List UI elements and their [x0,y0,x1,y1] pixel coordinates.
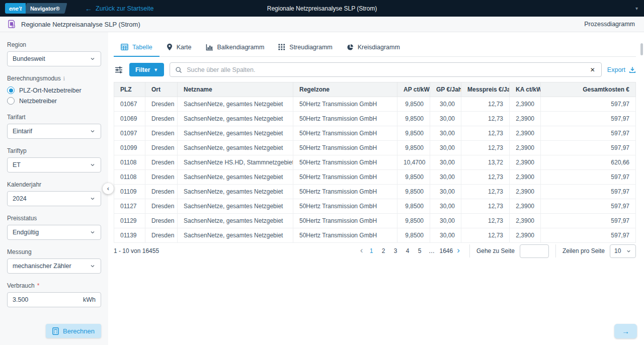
sidebar-collapse-button[interactable]: ‹ [103,183,114,194]
chevron-down-icon [90,229,96,235]
table-cell: Dresden [145,214,178,228]
table-cell: 50Hertz Transmission GmbH [293,126,397,141]
table-cell: Dresden [145,112,178,126]
table-cell: SachsenNetze HS.HD, Stammnetzgebiet [178,155,293,170]
berechnungsmodus-radio-group: PLZ-Ort-Netzbetreiber Netzbetreiber [7,85,101,106]
column-header[interactable]: Regelzone [293,82,397,97]
clear-search-button[interactable]: ✕ [589,66,596,73]
table-row[interactable]: 01108DresdenSachsenNetze HS.HD, Stammnet… [114,155,636,170]
chevron-down-icon[interactable]: ▾ [635,6,638,11]
kalenderjahr-select[interactable]: 2024 [7,191,101,206]
page-number-button[interactable]: 5 [415,245,425,256]
chevron-down-icon: ▼ [153,67,158,72]
tariftyp-select[interactable]: ET [7,157,101,172]
region-select[interactable]: Bundesweit [7,51,101,66]
table-cell: 2,3900 [510,141,541,155]
column-settings-button[interactable] [114,65,124,74]
table-cell: 2,3900 [510,185,541,199]
table-cell: 50Hertz Transmission GmbH [293,170,397,185]
table-cell: 9,8500 [397,170,430,185]
table-row[interactable]: 01067DresdenSachsenNetze, gesamtes Netzg… [114,97,636,112]
column-header[interactable]: AP ct/kWh [397,82,430,97]
page-number-button[interactable]: 1646 [439,245,454,256]
back-to-home-link[interactable]: ← Zurück zur Startseite [85,5,153,12]
page-number-button[interactable]: 3 [390,245,401,256]
table-row[interactable]: 01099DresdenSachsenNetze, gesamtes Netzg… [114,141,636,155]
table-cell: 50Hertz Transmission GmbH [293,155,397,170]
filter-button[interactable]: Filter ▼ [129,63,164,76]
table-cell: 9,8500 [397,185,430,199]
table-cell: 12,73 [461,214,510,228]
page-numbers: 12345…1646 [366,245,454,256]
page-number-button[interactable]: 1 [366,245,377,256]
radio-plz-ort-netzbetreiber[interactable]: PLZ-Ort-Netzbetreiber [7,85,101,96]
chevron-down-icon [90,162,96,168]
table-cell: 597,97 [541,228,636,243]
tune-icon [115,66,123,73]
table-cell: 9,8500 [397,126,430,141]
search-icon [175,66,182,73]
sidebar: Region Bundesweit Berechnungsmodus i PLZ… [0,32,108,345]
table-row[interactable]: 01097DresdenSachsenNetze, gesamtes Netzg… [114,126,636,141]
search-input[interactable] [187,66,585,73]
column-header[interactable]: Netzname [178,82,293,97]
table-cell: 12,73 [461,228,510,243]
scrollbar-thumb[interactable] [640,43,643,55]
table-row[interactable]: 01108DresdenSachsenNetze, gesamtes Netzg… [114,170,636,185]
column-header[interactable]: Ort [145,82,178,97]
table-row[interactable]: 01127DresdenSachsenNetze, gesamtes Netzg… [114,199,636,214]
region-label: Region [7,41,101,48]
kalenderjahr-label: Kalenderjahr [7,181,101,188]
table-cell: 12,73 [461,97,510,112]
tab-tabelle[interactable]: Tabelle [114,39,159,56]
page-number-button[interactable]: 2 [378,245,389,256]
enet-navigator-logo[interactable]: ene't Navigator® [5,3,66,14]
berechnen-button[interactable]: Berechnen [46,324,101,338]
radio-unselected-icon [7,97,15,105]
logo-navigator-badge: Navigator® [24,3,67,14]
tab-balkendiagramm[interactable]: Balkendiagramm [199,39,272,56]
column-header[interactable]: Messpreis €/Jahr [461,82,510,97]
next-step-button[interactable]: → [614,324,637,338]
rows-per-page-select[interactable]: 10 [610,244,636,258]
preisstatus-value: Endgültig [13,229,39,236]
column-header[interactable]: PLZ [114,82,145,97]
table-cell: 620,66 [541,155,636,170]
verbrauch-input[interactable] [13,296,63,303]
table-row[interactable]: 01069DresdenSachsenNetze, gesamtes Netzg… [114,112,636,126]
table-cell: 50Hertz Transmission GmbH [293,141,397,155]
table-row[interactable]: 01109DresdenSachsenNetze, gesamtes Netzg… [114,185,636,199]
table-row[interactable]: 01129DresdenSachsenNetze, gesamtes Netzg… [114,214,636,228]
info-icon[interactable]: i [63,75,65,81]
tab-label: Streudiagramm [289,44,332,51]
process-diagram-link[interactable]: Prozessdiagramm [584,21,635,28]
radio-netzbetreiber[interactable]: Netzbetreiber [7,96,101,106]
column-header[interactable]: Gesamtkosten € [541,82,636,97]
tab-kreisdiagramm[interactable]: Kreisdiagramm [340,39,407,56]
table-cell: 50Hertz Transmission GmbH [293,199,397,214]
topbar-title: Regionale Netzpreisanalyse SLP (Strom) [267,5,377,12]
next-page-button[interactable]: › [454,246,463,256]
column-header[interactable]: GP €/Jahr [430,82,461,97]
page-number-button[interactable]: 4 [403,245,413,256]
chevron-down-icon [90,128,96,134]
column-header[interactable]: KA ct/kWh [510,82,541,97]
table-cell: 30,00 [430,199,461,214]
table-cell: 9,8500 [397,112,430,126]
tab-streudiagramm[interactable]: Streudiagramm [271,39,339,56]
table-cell: 9,8500 [397,141,430,155]
kalenderjahr-value: 2024 [13,195,27,202]
table-cell: 597,97 [541,170,636,185]
rows-per-page-value: 10 [614,247,621,254]
goto-page-input[interactable] [520,244,549,258]
export-label: Export [607,66,625,73]
prev-page-button[interactable]: ‹ [357,246,366,256]
messung-select[interactable]: mechanischer Zähler [7,258,101,274]
table-row[interactable]: 01139DresdenSachsenNetze, gesamtes Netzg… [114,228,636,243]
tab-karte[interactable]: Karte [159,39,199,56]
table-cell: SachsenNetze, gesamtes Netzgebiet [178,214,293,228]
export-button[interactable]: Export [607,66,636,73]
tab-label: Karte [177,44,192,51]
tarifart-select[interactable]: Eintarif [7,124,101,139]
preisstatus-select[interactable]: Endgültig [7,225,101,240]
